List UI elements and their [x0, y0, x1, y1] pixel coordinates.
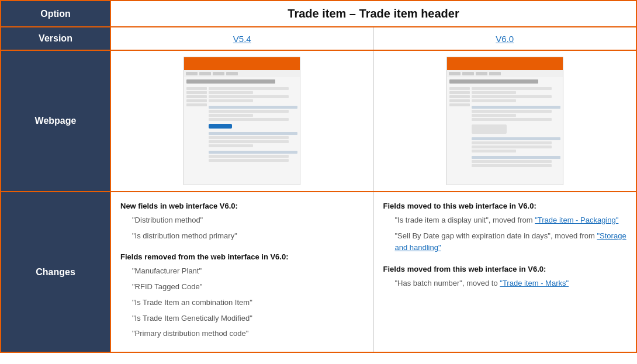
changes-left-cell: New fields in web interface V6.0: "Distr…: [111, 192, 374, 352]
version-row: Version V5.4 V6.0: [1, 27, 636, 51]
changes-right-s1-item1: "Is trade item a display unit", moved fr…: [383, 214, 627, 227]
v54-version-cell: V5.4: [111, 27, 374, 50]
changes-content: New fields in web interface V6.0: "Distr…: [110, 192, 636, 352]
mock-header-bar-v60: [447, 57, 563, 70]
v60-webpage-cell: [374, 51, 636, 191]
option-label: Option: [1, 1, 110, 26]
webpage-row: Webpage: [1, 51, 636, 192]
version-label: Version: [1, 27, 110, 50]
changes-left-section1-header: New fields in web interface V6.0:: [120, 200, 364, 213]
table-title: Trade item – Trade item header: [110, 1, 636, 26]
comparison-table: Option Trade item – Trade item header Ve…: [0, 0, 637, 353]
changes-left-s2-item2: "RFID Tagged Code": [120, 281, 364, 293]
v60-link[interactable]: V6.0: [496, 34, 514, 44]
marks-link[interactable]: "Trade item - Marks": [500, 279, 569, 287]
changes-right-section2-header: Fields moved from this web interface in …: [383, 264, 627, 276]
v60-screenshot: [446, 57, 563, 185]
v54-link[interactable]: V5.4: [233, 34, 251, 44]
changes-right-s1-item2: "Sell By Date gap with expiration date i…: [383, 230, 627, 255]
version-content: V5.4 V6.0: [110, 27, 636, 50]
changes-right-cell: Fields moved to this web interface in V6…: [374, 192, 636, 352]
mock-header-bar: [184, 57, 300, 70]
webpage-content: [110, 51, 636, 191]
changes-left-s2-item5: "Primary distribution method code": [120, 328, 364, 340]
changes-left-s1-item2: "Is distribution method primary": [120, 230, 364, 242]
v54-webpage-cell: [111, 51, 374, 191]
changes-right-section1-header: Fields moved to this web interface in V6…: [383, 200, 627, 213]
changes-row: Changes New fields in web interface V6.0…: [1, 192, 636, 352]
changes-left-section2-header: Fields removed from the web interface in…: [120, 251, 364, 264]
packaging-link[interactable]: "Trade item - Packaging": [535, 216, 618, 224]
mock-nav-bar: [184, 70, 300, 77]
changes-right-s2-item1: "Has batch number", moved to "Trade item…: [383, 278, 627, 290]
changes-left-s1-item1: "Distribution method": [120, 214, 364, 227]
webpage-label: Webpage: [1, 51, 110, 191]
changes-left-s2-item1: "Manufacturer Plant": [120, 265, 364, 278]
changes-left-s2-item4: "Is Trade Item Genetically Modified": [120, 313, 364, 325]
changes-left-s2-item3: "Is Trade Item an combination Item": [120, 297, 364, 309]
v54-screenshot: [184, 57, 300, 185]
v60-version-cell: V6.0: [374, 27, 636, 50]
mock-nav-bar-v60: [447, 70, 563, 77]
changes-label: Changes: [1, 192, 110, 352]
header-row: Option Trade item – Trade item header: [1, 1, 636, 27]
